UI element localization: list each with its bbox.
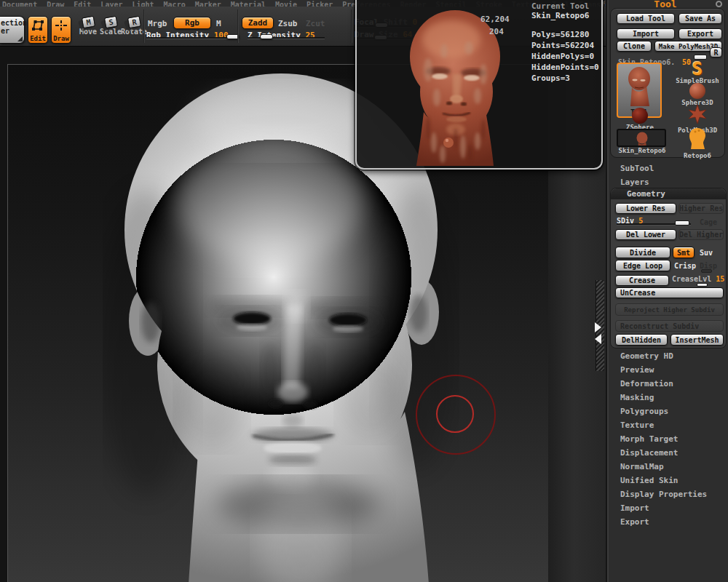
export-button[interactable]: Export — [678, 28, 722, 39]
divider-close-icon — [595, 334, 601, 344]
reconstruct-button: Reconstruct Subdiv — [615, 320, 724, 332]
lower-res-button[interactable]: Lower Res — [615, 203, 676, 214]
section-preview[interactable]: Preview — [607, 363, 728, 377]
geometry-section: Geometry Lower Res Higher Res SDiv 5 Cag… — [610, 188, 727, 348]
tool-palette: Tool Load Tool Save As Import Export Clo… — [606, 0, 728, 582]
current-tool-title: Current Tool — [531, 1, 604, 11]
zsub-toggle[interactable]: Zsub — [278, 19, 298, 28]
load-tool-button[interactable]: Load Tool — [617, 13, 675, 24]
skin-retopo-item[interactable]: Skin_Retopo6 — [617, 129, 668, 154]
creaselvl-handle[interactable] — [697, 283, 708, 287]
zcut-label: Zcut — [306, 19, 325, 28]
section-texture[interactable]: Texture — [607, 418, 728, 432]
menu-light[interactable]: Light — [132, 1, 154, 7]
import-button[interactable]: Import — [617, 28, 675, 39]
geometry-section-header[interactable]: Geometry — [611, 188, 726, 199]
retopo6-item[interactable]: Retopo6 — [672, 127, 723, 159]
uncrease-button[interactable]: UnCrease — [615, 287, 724, 298]
crisp-toggle[interactable]: Crisp — [674, 262, 696, 270]
draw-crosshair-icon — [55, 20, 68, 31]
skin-retopo-thumb — [617, 129, 666, 147]
menu-movie[interactable]: Movie — [275, 1, 297, 7]
save-as-button[interactable]: Save As — [678, 13, 722, 24]
section-deformation[interactable]: Deformation — [607, 377, 728, 391]
creaselvl-slider[interactable]: CreaseLvl 15 — [672, 275, 724, 283]
current-tool-name: Skin_Retopo6 — [531, 11, 604, 20]
red-head-thumb — [623, 65, 655, 108]
zsphere-item[interactable]: ZSphere — [617, 108, 663, 131]
section-polygroups[interactable]: Polygroups — [607, 404, 728, 418]
r-button[interactable]: R — [710, 47, 722, 57]
menu-layer[interactable]: Layer — [100, 1, 122, 7]
sphere3d-icon — [689, 83, 705, 99]
menu-picker[interactable]: Picker — [306, 1, 333, 7]
zcut-toggle[interactable]: Zcut — [306, 19, 325, 28]
panel-menu-icon[interactable] — [716, 1, 722, 7]
crease-button[interactable]: Crease — [615, 275, 669, 286]
current-tool-info: Current Tool Skin_Retopo6 Polys=561280 P… — [531, 1, 604, 84]
section-masking[interactable]: Masking — [607, 391, 728, 404]
retopo6-head-icon — [688, 127, 707, 149]
section-geometry-hd[interactable]: Geometry HD — [607, 349, 728, 363]
stat-hiddenpolys: HiddenPolys=0 — [531, 51, 604, 62]
subtool-section[interactable]: SubTool — [607, 162, 724, 175]
smt-toggle[interactable]: Smt — [673, 247, 695, 258]
retopo6-label: Retopo6 — [672, 152, 723, 159]
menu-document[interactable]: Document — [2, 1, 37, 7]
creaselvl-value: 15 — [716, 275, 724, 283]
skin-retopo-label: Skin_Retopo6 — [617, 147, 668, 154]
edit-button[interactable]: Edit — [28, 16, 48, 44]
menu-draw[interactable]: Draw — [47, 1, 64, 7]
rgb-intensity-track[interactable] — [146, 37, 240, 39]
mrgb-toggle[interactable]: Mrgb — [148, 19, 167, 28]
zadd-toggle[interactable]: Zadd — [242, 17, 274, 29]
section-display-properties[interactable]: Display Properties — [607, 487, 728, 501]
zbrush-app: DocumentDrawEditLayerLightMacroMarkerMat… — [0, 0, 728, 582]
stat-points: Points=562204 — [531, 40, 604, 51]
skin-retopo-head-icon — [634, 131, 650, 147]
section-morph-target[interactable]: Morph Target — [607, 432, 728, 446]
draw-button[interactable]: Draw — [51, 16, 71, 44]
simplebrush-icon: S — [672, 61, 723, 77]
popup-corner-icon — [17, 36, 23, 41]
clone-button[interactable]: Clone — [617, 41, 652, 52]
points-counter-fragment: 62,204 — [480, 15, 510, 24]
sphere3d-item[interactable]: Sphere3D — [672, 83, 723, 106]
section-normalmap[interactable]: NormalMap — [607, 460, 728, 474]
menu-material[interactable]: Material — [231, 1, 266, 7]
menu-macro[interactable]: Macro — [164, 1, 186, 7]
rgb-toggle[interactable]: Rgb — [173, 17, 211, 29]
z-intensity-handle[interactable] — [260, 34, 273, 39]
section-displacement[interactable]: Displacement — [607, 446, 728, 460]
move-button[interactable]: M Move — [77, 17, 99, 36]
del-lower-button[interactable]: Del Lower — [615, 229, 676, 240]
simplebrush-item[interactable]: S SimpleBrush — [672, 61, 723, 84]
scale-button[interactable]: S Scale — [99, 17, 122, 36]
counter-fragment: 204 — [489, 27, 504, 36]
rotate-badge-icon: R — [127, 16, 141, 29]
sdiv-handle[interactable] — [675, 220, 689, 226]
suv-toggle[interactable]: Suv — [700, 249, 713, 257]
panel-divider-handle[interactable] — [595, 322, 601, 344]
zsphere-icon — [632, 108, 648, 124]
projection-master-text1: ection — [1, 19, 23, 27]
m-toggle[interactable]: M — [216, 19, 221, 28]
move-badge-icon: M — [81, 16, 95, 29]
menu-marker[interactable]: Marker — [195, 1, 221, 7]
stat-hiddenpoints: HiddenPoints=0 — [531, 62, 604, 73]
delhidden-button[interactable]: DelHidden — [615, 334, 668, 346]
collapsed-sections: Geometry HD Preview Deformation Masking … — [607, 349, 728, 529]
tool-header-box: Load Tool Save As Import Export Clone Ma… — [610, 8, 725, 158]
z-intensity-track[interactable] — [248, 37, 325, 39]
insertmesh-button[interactable]: InsertMesh — [670, 334, 724, 346]
polymesh3d-star-icon — [688, 105, 707, 124]
divide-button[interactable]: Divide — [615, 247, 670, 258]
edge-loop-button[interactable]: Edge Loop — [615, 260, 670, 271]
section-export[interactable]: Export — [607, 515, 728, 529]
section-import[interactable]: Import — [607, 501, 728, 515]
shelf-separator — [143, 9, 145, 43]
menu-edit[interactable]: Edit — [74, 1, 91, 7]
section-unified-skin[interactable]: Unified Skin — [607, 474, 728, 487]
higher-res-button: Higher Res — [678, 203, 724, 214]
projection-master-button[interactable]: ection er — [0, 16, 25, 44]
